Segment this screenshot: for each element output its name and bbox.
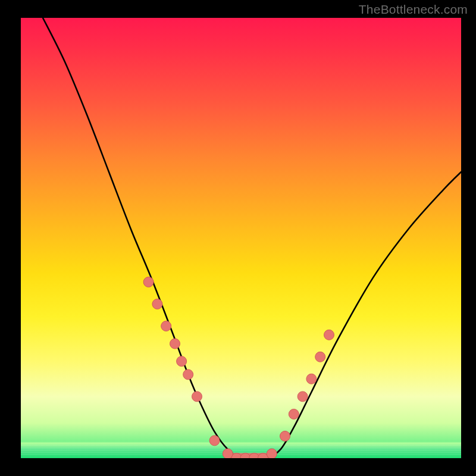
data-marker [183, 369, 193, 380]
plot-area [21, 18, 461, 458]
data-marker [143, 277, 154, 287]
data-marker [161, 321, 171, 331]
data-marker [177, 356, 187, 367]
data-marker [170, 339, 180, 349]
data-marker [192, 392, 202, 402]
bottleneck-curve [43, 18, 461, 458]
data-marker [280, 431, 290, 441]
data-marker [267, 449, 277, 458]
curve-path [43, 18, 461, 458]
watermark-text: TheBottleneck.com [359, 2, 468, 17]
data-marker [306, 374, 317, 384]
chart-svg [21, 18, 461, 458]
chart-frame: TheBottleneck.com [0, 0, 476, 476]
data-marker [223, 449, 233, 458]
data-marker [324, 330, 334, 340]
data-marker [209, 436, 220, 446]
data-marker [289, 409, 299, 419]
data-marker [152, 299, 162, 309]
data-marker [315, 352, 325, 362]
marker-group [143, 277, 334, 459]
data-marker [298, 392, 308, 402]
